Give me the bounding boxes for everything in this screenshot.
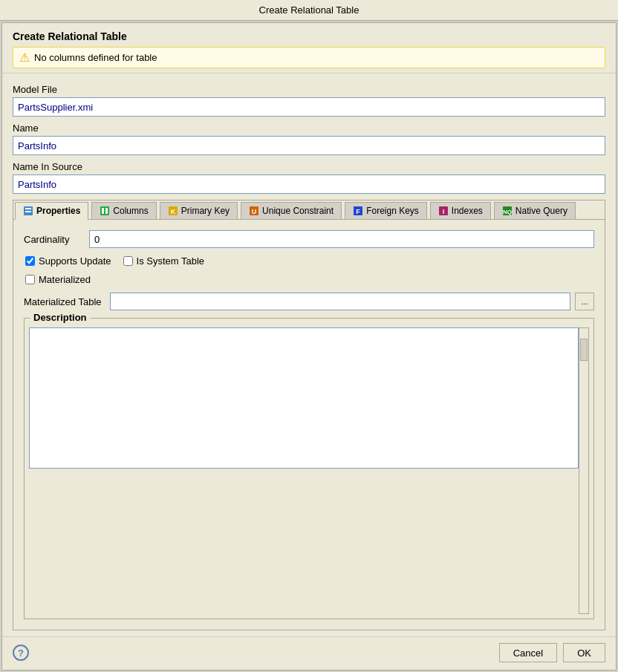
tab-primary-key-label: Primary Key — [181, 206, 230, 216]
tab-content-properties: Cardinality Supports Update Is System Ta… — [13, 220, 605, 630]
materialized-table-input[interactable] — [110, 293, 570, 310]
materialized-item[interactable]: Materialized — [25, 274, 91, 285]
tab-unique-constraint-label: Unique Constraint — [262, 206, 334, 216]
description-textarea-wrapper — [29, 327, 589, 614]
description-textarea[interactable] — [29, 327, 579, 469]
scrollbar-thumb[interactable] — [580, 339, 588, 361]
svg-rect-5 — [105, 208, 108, 214]
tab-columns-label: Columns — [113, 206, 148, 216]
svg-rect-4 — [102, 208, 104, 214]
unique-constraint-icon: U — [249, 206, 259, 216]
footer-buttons: Cancel OK — [499, 643, 605, 662]
dialog-header: Create Relational Table ⚠ No columns def… — [2, 23, 616, 74]
is-system-table-label: Is System Table — [137, 255, 205, 267]
warning-text: No columns defined for table — [34, 52, 157, 63]
materialized-table-label: Materialized Table — [24, 296, 105, 307]
svg-text:U: U — [252, 208, 257, 215]
native-query-icon: NQ — [502, 206, 513, 216]
name-group: Name — [13, 123, 605, 155]
columns-icon — [100, 206, 110, 216]
svg-rect-1 — [25, 208, 31, 209]
cancel-button[interactable]: Cancel — [499, 643, 557, 662]
svg-text:NQ: NQ — [503, 209, 512, 215]
supports-update-checkbox[interactable] — [25, 256, 35, 266]
svg-text:K: K — [170, 208, 175, 215]
materialized-checkbox[interactable] — [25, 275, 35, 284]
warning-bar: ⚠ No columns defined for table — [13, 47, 605, 68]
materialized-label: Materialized — [39, 274, 91, 285]
dialog-footer: ? Cancel OK — [2, 636, 616, 670]
description-group: Description — [24, 318, 594, 619]
svg-text:I: I — [443, 208, 445, 215]
tab-columns[interactable]: Columns — [91, 202, 156, 219]
svg-text:F: F — [356, 208, 360, 215]
name-label: Name — [13, 123, 605, 134]
model-file-group: Model File — [13, 84, 605, 117]
foreign-keys-icon: F — [353, 206, 363, 216]
warning-icon: ⚠ — [19, 50, 30, 65]
model-file-label: Model File — [13, 84, 605, 95]
svg-rect-2 — [25, 211, 31, 212]
checkbox-group: Supports Update Is System Table — [24, 255, 594, 267]
svg-rect-3 — [100, 206, 109, 215]
tab-indexes[interactable]: I Indexes — [430, 202, 491, 219]
materialized-row: Materialized — [24, 274, 594, 285]
tab-indexes-label: Indexes — [452, 206, 483, 216]
title-bar: Create Relational Table — [0, 0, 618, 21]
dialog-title: Create Relational Table — [13, 30, 605, 42]
tab-foreign-keys-label: Foreign Keys — [366, 206, 419, 216]
is-system-table-checkbox[interactable] — [123, 256, 133, 266]
properties-icon — [23, 206, 33, 216]
name-in-source-input[interactable] — [13, 174, 605, 194]
form-area: Model File Name Name In Source — [2, 74, 616, 200]
model-file-input[interactable] — [13, 97, 605, 117]
ok-button[interactable]: OK — [563, 643, 605, 662]
supports-update-label: Supports Update — [39, 255, 111, 267]
name-in-source-label: Name In Source — [13, 161, 605, 172]
indexes-icon: I — [438, 206, 449, 216]
tab-unique-constraint[interactable]: U Unique Constraint — [241, 202, 342, 219]
tab-native-query-label: Native Query — [515, 206, 567, 216]
title-bar-text: Create Relational Table — [259, 4, 360, 16]
tab-foreign-keys[interactable]: F Foreign Keys — [345, 202, 427, 219]
browse-button[interactable]: ... — [575, 293, 594, 310]
name-in-source-group: Name In Source — [13, 161, 605, 194]
primary-key-icon: K — [168, 206, 178, 216]
name-input[interactable] — [13, 136, 605, 155]
scrollbar-track[interactable] — [579, 327, 589, 614]
tab-native-query[interactable]: NQ Native Query — [494, 202, 576, 219]
tab-primary-key[interactable]: K Primary Key — [160, 202, 238, 219]
tab-properties-label: Properties — [36, 206, 80, 216]
cardinality-label: Cardinality — [24, 234, 83, 245]
description-legend: Description — [30, 312, 90, 323]
is-system-table-item[interactable]: Is System Table — [123, 255, 205, 267]
cardinality-row: Cardinality — [24, 230, 594, 248]
help-button[interactable]: ? — [13, 645, 29, 661]
cardinality-input[interactable] — [89, 230, 594, 248]
tab-bar: Properties Columns K — [13, 200, 605, 220]
supports-update-item[interactable]: Supports Update — [25, 255, 111, 267]
tab-properties[interactable]: Properties — [15, 202, 88, 220]
materialized-table-row: Materialized Table ... — [24, 293, 594, 310]
tab-container: Properties Columns K — [13, 200, 605, 630]
